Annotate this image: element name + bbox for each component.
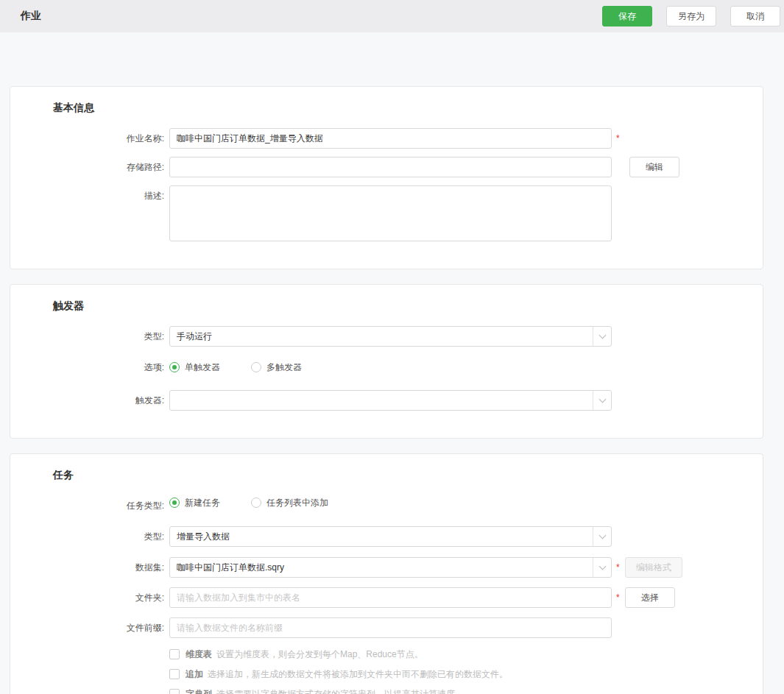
trigger-options-row: 选项: 单触发器 多触发器 <box>10 357 763 378</box>
radio-new-task-label: 新建任务 <box>185 497 220 509</box>
append-label: 追加 <box>186 668 203 680</box>
checkbox-dimension-table[interactable] <box>169 649 180 659</box>
header-actions: 保存 另存为 取消 <box>588 6 780 26</box>
save-as-button[interactable]: 另存为 <box>666 6 716 26</box>
radio-unchecked-icon[interactable] <box>251 498 261 508</box>
chevron-down-icon[interactable] <box>593 527 611 546</box>
trigger-select[interactable] <box>169 390 612 411</box>
radio-new-task[interactable]: 新建任务 <box>169 497 220 509</box>
dimension-table-checkbox-row: 维度表 设置为维度表，则会分发到每个Map、Reduce节点。 <box>10 648 763 660</box>
trigger-type-value: 手动运行 <box>170 327 593 346</box>
required-mark: * <box>616 128 622 149</box>
save-button[interactable]: 保存 <box>602 6 652 26</box>
dictionary-column-label: 字典列 <box>186 688 212 694</box>
description-textarea[interactable] <box>169 185 612 241</box>
page-title: 作业 <box>21 10 41 23</box>
job-name-row: 作业名称: * <box>10 128 763 149</box>
folder-input[interactable] <box>169 587 612 608</box>
required-mark: * <box>616 587 622 608</box>
dataset-row: 数据集: 咖啡中国门店订单数据.sqry * 编辑格式 <box>10 557 763 578</box>
append-hint: 选择追加，新生成的数据文件将被添加到文件夹中而不删除已有的数据文件。 <box>208 668 508 680</box>
dictionary-column-hint: 选择需要以字典数据方式存储的字符串列，以提高其计算速度。 <box>216 688 464 694</box>
radio-checked-icon[interactable] <box>169 362 180 372</box>
radio-single-trigger[interactable]: 单触发器 <box>169 361 220 374</box>
section-basic-info: 基本信息 作业名称: * 存储路径: 编辑 描述: <box>10 86 763 269</box>
trigger-select-label: 触发器: <box>10 390 169 411</box>
main-content: 基本信息 作业名称: * 存储路径: 编辑 描述: 触发器 类型: 手动运行 <box>0 32 784 694</box>
page-header: 作业 保存 另存为 取消 <box>0 0 784 32</box>
file-prefix-input[interactable] <box>169 617 612 638</box>
task-type-label: 任务类型: <box>10 495 169 516</box>
trigger-type-row: 类型: 手动运行 <box>10 326 763 347</box>
job-name-label: 作业名称: <box>10 128 169 149</box>
job-name-input[interactable] <box>169 128 612 149</box>
storage-path-label: 存储路径: <box>10 157 169 177</box>
radio-multi-trigger[interactable]: 多触发器 <box>251 361 302 374</box>
cancel-button[interactable]: 取消 <box>730 6 780 26</box>
radio-unchecked-icon[interactable] <box>251 362 261 372</box>
checkbox-dictionary-column[interactable] <box>169 689 180 694</box>
trigger-select-value <box>170 391 593 410</box>
radio-checked-icon[interactable] <box>169 498 180 508</box>
folder-label: 文件夹: <box>10 587 169 608</box>
trigger-select-row: 触发器: <box>10 390 763 411</box>
checkbox-append[interactable] <box>169 669 180 679</box>
storage-path-edit-button[interactable]: 编辑 <box>629 157 679 177</box>
description-row: 描述: <box>10 185 763 241</box>
task-type-value: 增量导入数据 <box>170 527 593 546</box>
radio-single-trigger-label: 单触发器 <box>185 361 220 374</box>
task-type-group: 新建任务 任务列表中添加 <box>169 495 359 510</box>
task-type-row: 任务类型: 新建任务 任务列表中添加 <box>10 495 763 516</box>
trigger-type-label: 类型: <box>10 326 169 347</box>
trigger-options-group: 单触发器 多触发器 <box>169 357 333 378</box>
chevron-down-icon[interactable] <box>593 558 611 577</box>
basic-info-title: 基本信息 <box>53 102 763 115</box>
file-prefix-label: 文件前缀: <box>10 617 169 638</box>
append-checkbox-row: 追加 选择追加，新生成的数据文件将被添加到文件夹中而不删除已有的数据文件。 <box>10 668 763 680</box>
storage-path-input[interactable] <box>169 157 612 177</box>
trigger-options-label: 选项: <box>10 357 169 378</box>
edit-format-button: 编辑格式 <box>625 557 682 578</box>
section-trigger: 触发器 类型: 手动运行 选项: 单触发器 多触发器 触发器: <box>10 284 763 439</box>
folder-row: 文件夹: * 选择 <box>10 587 763 608</box>
trigger-title: 触发器 <box>53 300 763 313</box>
task-title: 任务 <box>53 469 763 482</box>
task-type-select-label: 类型: <box>10 526 169 547</box>
storage-path-row: 存储路径: 编辑 <box>10 157 763 177</box>
folder-select-button[interactable]: 选择 <box>625 587 675 608</box>
dimension-table-hint: 设置为维度表，则会分发到每个Map、Reduce节点。 <box>216 648 423 660</box>
dimension-table-label: 维度表 <box>186 648 212 660</box>
description-label: 描述: <box>10 185 169 206</box>
dataset-select[interactable]: 咖啡中国门店订单数据.sqry <box>169 557 612 578</box>
dataset-value: 咖啡中国门店订单数据.sqry <box>170 558 593 577</box>
section-task: 任务 任务类型: 新建任务 任务列表中添加 类型: 增量导入数据 <box>10 453 763 694</box>
file-prefix-row: 文件前缀: <box>10 617 763 638</box>
radio-multi-trigger-label: 多触发器 <box>266 361 302 374</box>
radio-add-to-list[interactable]: 任务列表中添加 <box>251 497 328 509</box>
task-type-select[interactable]: 增量导入数据 <box>169 526 612 547</box>
dictionary-column-checkbox-row: 字典列 选择需要以字典数据方式存储的字符串列，以提高其计算速度。 <box>10 688 763 694</box>
chevron-down-icon[interactable] <box>593 391 611 410</box>
task-type-select-row: 类型: 增量导入数据 <box>10 526 763 547</box>
chevron-down-icon[interactable] <box>593 327 611 346</box>
trigger-type-select[interactable]: 手动运行 <box>169 326 612 347</box>
dataset-label: 数据集: <box>10 557 169 578</box>
radio-add-to-list-label: 任务列表中添加 <box>266 497 328 509</box>
required-mark: * <box>616 557 622 578</box>
